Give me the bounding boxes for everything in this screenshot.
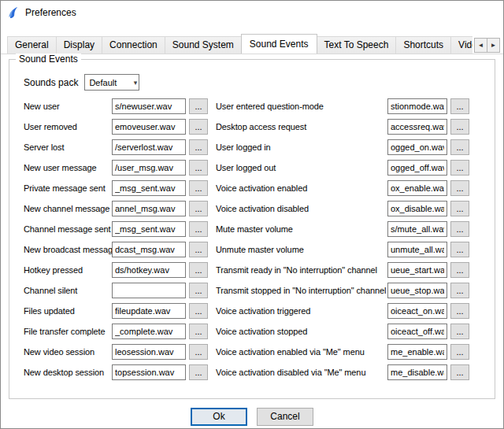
browse-button[interactable]: ... bbox=[450, 324, 469, 339]
browse-button[interactable]: ... bbox=[189, 98, 208, 114]
sound-events-right-column: User entered question-mode ... Desktop a… bbox=[216, 98, 471, 385]
tab-scroll-right-button[interactable]: ► bbox=[487, 38, 500, 53]
browse-button[interactable]: ... bbox=[450, 201, 469, 216]
sound-file-input[interactable] bbox=[387, 364, 447, 380]
sound-event-row: Transmit ready in "No interruption" chan… bbox=[216, 262, 471, 278]
browse-button[interactable]: ... bbox=[450, 262, 469, 278]
sound-file-input[interactable] bbox=[112, 364, 186, 380]
sound-file-input[interactable] bbox=[112, 324, 186, 339]
sounds-pack-row: Sounds pack Default ▾ bbox=[24, 74, 488, 91]
sound-event-row: Transmit stopped in "No interruption" ch… bbox=[216, 283, 471, 298]
browse-button[interactable]: ... bbox=[189, 119, 208, 135]
browse-button[interactable]: ... bbox=[189, 221, 208, 237]
browse-button[interactable]: ... bbox=[189, 283, 208, 298]
sound-file-input[interactable] bbox=[387, 262, 447, 278]
cancel-button[interactable]: Cancel bbox=[257, 408, 313, 426]
sound-event-row: File transfer complete ... bbox=[24, 324, 208, 339]
sound-file-input[interactable] bbox=[112, 242, 186, 257]
tab-label: Display bbox=[64, 39, 94, 50]
sound-events-groupbox: Sound Events Sounds pack Default ▾ New u… bbox=[9, 59, 495, 399]
sound-file-input[interactable] bbox=[387, 160, 447, 176]
sounds-pack-value: Default bbox=[89, 78, 133, 87]
browse-button[interactable]: ... bbox=[189, 303, 208, 319]
browse-button[interactable]: ... bbox=[189, 201, 208, 216]
browse-button[interactable]: ... bbox=[450, 139, 469, 155]
browse-button[interactable]: ... bbox=[450, 119, 469, 135]
sound-file-input[interactable] bbox=[112, 303, 186, 319]
browse-button[interactable]: ... bbox=[450, 242, 469, 257]
tab-general[interactable]: General bbox=[7, 36, 57, 54]
browse-button[interactable]: ... bbox=[450, 98, 469, 114]
sound-file-input[interactable] bbox=[387, 221, 447, 237]
browse-button[interactable]: ... bbox=[450, 364, 469, 380]
sound-event-row: User logged in ... bbox=[216, 139, 471, 155]
sound-file-input[interactable] bbox=[387, 283, 447, 298]
sound-event-row: Files updated ... bbox=[24, 303, 208, 319]
tab-scroll-left-button[interactable]: ◄ bbox=[474, 38, 487, 53]
sound-event-row: Hotkey pressed ... bbox=[24, 262, 208, 278]
browse-button[interactable]: ... bbox=[189, 139, 208, 155]
sound-file-input[interactable] bbox=[387, 201, 447, 216]
browse-button[interactable]: ... bbox=[450, 221, 469, 237]
sound-file-input[interactable] bbox=[112, 283, 186, 298]
sound-file-input[interactable] bbox=[112, 98, 186, 114]
tab-label: Text To Speech bbox=[324, 39, 389, 50]
browse-button[interactable]: ... bbox=[189, 160, 208, 176]
sound-file-input[interactable] bbox=[387, 98, 447, 114]
sound-event-label: Mute master volume bbox=[216, 224, 387, 234]
sound-file-input[interactable] bbox=[112, 201, 186, 216]
tab-sound-system[interactable]: Sound System bbox=[165, 36, 242, 54]
sound-file-input[interactable] bbox=[387, 344, 447, 360]
tab-sound-events[interactable]: Sound Events bbox=[241, 34, 317, 54]
sound-event-label: User logged in bbox=[216, 142, 387, 152]
tab-shortcuts[interactable]: Shortcuts bbox=[395, 36, 451, 54]
sound-file-input[interactable] bbox=[112, 180, 186, 196]
sound-file-input[interactable] bbox=[387, 324, 447, 339]
sound-file-input[interactable] bbox=[112, 262, 186, 278]
sound-file-input[interactable] bbox=[112, 119, 186, 135]
sound-file-input[interactable] bbox=[112, 139, 186, 155]
sound-event-label: Files updated bbox=[24, 306, 112, 316]
browse-button[interactable]: ... bbox=[189, 364, 208, 380]
sound-file-input[interactable] bbox=[387, 119, 447, 135]
sound-event-label: Desktop access request bbox=[216, 122, 387, 131]
tab-video[interactable]: Video bbox=[450, 36, 472, 54]
tab-connection[interactable]: Connection bbox=[102, 36, 165, 54]
sound-file-input[interactable] bbox=[387, 139, 447, 155]
window-title: Preferences bbox=[25, 7, 76, 18]
sound-file-input[interactable] bbox=[112, 160, 186, 176]
tab-text-to-speech[interactable]: Text To Speech bbox=[317, 36, 397, 54]
sound-file-input[interactable] bbox=[387, 242, 447, 257]
browse-button[interactable]: ... bbox=[450, 283, 469, 298]
ok-button[interactable]: Ok bbox=[191, 408, 247, 426]
browse-button[interactable]: ... bbox=[189, 242, 208, 257]
browse-button[interactable]: ... bbox=[189, 324, 208, 339]
browse-button[interactable]: ... bbox=[450, 303, 469, 319]
sound-file-input[interactable] bbox=[387, 180, 447, 196]
title-bar[interactable]: Preferences bbox=[1, 1, 503, 24]
sound-file-input[interactable] bbox=[112, 344, 186, 360]
browse-button[interactable]: ... bbox=[189, 180, 208, 196]
sound-file-input[interactable] bbox=[387, 303, 447, 319]
sound-event-row: Channel message sent ... bbox=[24, 221, 208, 237]
tab-label: Sound System bbox=[172, 39, 234, 50]
sound-event-label: Voice activation triggered bbox=[216, 306, 387, 316]
tab-bar: General Display Connection Sound System … bbox=[1, 24, 503, 54]
sound-event-row: User removed ... bbox=[24, 119, 208, 135]
preferences-window: Preferences General Display Connection S… bbox=[0, 0, 504, 429]
sound-event-label: Hotkey pressed bbox=[24, 265, 112, 275]
sound-event-label: New desktop session bbox=[24, 368, 112, 377]
tab-display[interactable]: Display bbox=[56, 36, 102, 54]
sound-event-label: User removed bbox=[24, 122, 112, 131]
sound-event-label: New channel message bbox=[24, 204, 112, 213]
browse-button[interactable]: ... bbox=[450, 344, 469, 360]
browse-button[interactable]: ... bbox=[450, 160, 469, 176]
sound-file-input[interactable] bbox=[112, 221, 186, 237]
browse-button[interactable]: ... bbox=[189, 262, 208, 278]
sounds-pack-select[interactable]: Default ▾ bbox=[84, 74, 139, 91]
sound-event-row: Mute master volume ... bbox=[216, 221, 471, 237]
sound-event-label: Transmit ready in "No interruption" chan… bbox=[216, 265, 387, 275]
sound-event-row: Voice activation disabled via "Me" menu … bbox=[216, 364, 471, 380]
browse-button[interactable]: ... bbox=[189, 344, 208, 360]
browse-button[interactable]: ... bbox=[450, 180, 469, 196]
